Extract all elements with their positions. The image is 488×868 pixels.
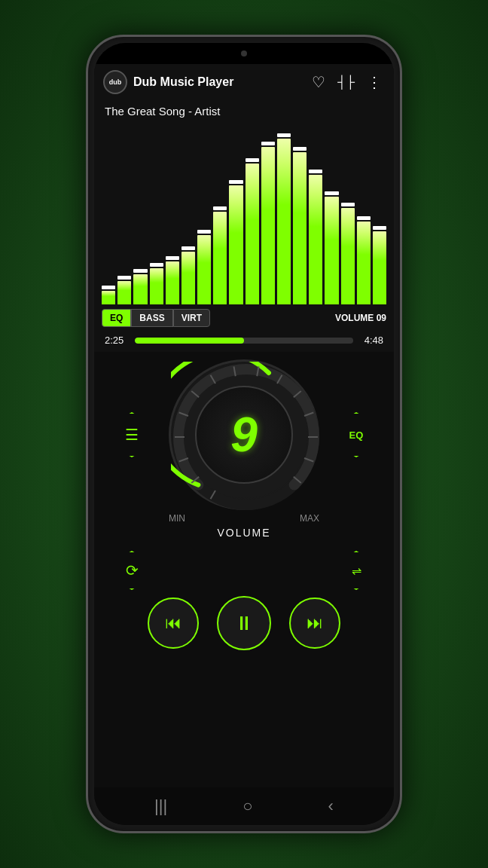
- eq-bar-top-0: [102, 286, 115, 289]
- eq-bar-top-13: [309, 170, 322, 173]
- playlist-icon: ☰: [125, 426, 139, 444]
- eq-adjust-icon[interactable]: ┤├: [334, 72, 358, 92]
- volume-knob-inner: 9: [195, 386, 293, 484]
- prev-icon: ⏮: [165, 613, 181, 633]
- volume-indicator: VOLUME 09: [335, 313, 386, 323]
- eq-bar-fill-3: [150, 268, 163, 304]
- progress-fill: [135, 338, 244, 344]
- song-title: The Great Song - Artist: [94, 100, 394, 124]
- eq-bar-top-15: [341, 203, 355, 206]
- controls-row: EQ BASS VIRT VOLUME 09: [94, 304, 394, 332]
- eq-bar-fill-11: [277, 139, 291, 304]
- volume-number: 9: [230, 407, 258, 463]
- eq-bar-top-17: [373, 226, 386, 230]
- eq-bar-0: [102, 286, 115, 304]
- app-header: dub Dub Music Player ♡ ┤├ ⋮: [94, 64, 394, 100]
- eq-bar-fill-0: [102, 291, 115, 304]
- eq-bar-2: [133, 269, 147, 304]
- volume-knob[interactable]: 9: [169, 359, 319, 510]
- eq-hex-button[interactable]: EQ: [334, 412, 379, 457]
- eq-bar-14: [325, 191, 338, 304]
- eq-bar-fill-4: [166, 261, 179, 304]
- total-time: 4:48: [359, 335, 383, 346]
- eq-bar-top-8: [229, 180, 242, 184]
- prev-button[interactable]: ⏮: [148, 598, 199, 649]
- eq-bar-6: [197, 230, 211, 304]
- action-row: ⟳ ⇌: [94, 551, 394, 596]
- volume-text: VOLUME: [217, 527, 270, 539]
- eq-bar-top-10: [261, 142, 275, 145]
- eq-bar-fill-10: [261, 147, 275, 304]
- app-title: Dub Music Player: [133, 75, 303, 89]
- playlist-button[interactable]: ☰: [109, 412, 154, 457]
- min-max-row: MIN MAX: [169, 513, 319, 524]
- equalizer-visualizer: [94, 124, 394, 304]
- shuffle-button[interactable]: ⇌: [337, 551, 376, 590]
- eq-bar-top-3: [150, 263, 163, 267]
- eq-bar-fill-13: [309, 175, 322, 304]
- camera-dot: [241, 50, 247, 57]
- nav-menu-icon[interactable]: |||: [154, 796, 167, 816]
- status-bar: [94, 43, 394, 64]
- eq-bar-fill-5: [181, 252, 195, 304]
- eq-bar-13: [309, 170, 322, 304]
- app-logo: dub: [103, 70, 127, 94]
- nav-back-icon[interactable]: ‹: [328, 796, 334, 816]
- phone-frame: dub Dub Music Player ♡ ┤├ ⋮ The Great So…: [86, 35, 402, 833]
- eq-bar-5: [181, 246, 195, 304]
- eq-bar-12: [293, 147, 307, 304]
- eq-bar-top-2: [133, 269, 147, 273]
- playback-controls: ⏮ ⏸ ⏭: [94, 596, 394, 662]
- eq-bar-fill-17: [373, 231, 386, 304]
- eq-bar-fill-12: [293, 152, 307, 304]
- eq-bar-4: [166, 256, 179, 304]
- more-icon[interactable]: ⋮: [364, 70, 385, 94]
- eq-bar-fill-9: [246, 164, 259, 304]
- virt-button[interactable]: VIRT: [173, 309, 210, 327]
- eq-bar-fill-7: [213, 212, 227, 304]
- eq-bar-fill-6: [197, 235, 211, 304]
- eq-bar-top-9: [246, 158, 259, 162]
- eq-bar-11: [277, 133, 291, 304]
- eq-bar-1: [117, 276, 131, 304]
- current-time: 2:25: [105, 335, 129, 346]
- min-label: MIN: [169, 513, 185, 524]
- bass-button[interactable]: BASS: [131, 309, 172, 327]
- repeat-button[interactable]: ⟳: [112, 551, 151, 590]
- eq-bar-top-1: [117, 276, 131, 280]
- eq-bar-fill-1: [117, 281, 131, 304]
- next-button[interactable]: ⏭: [289, 598, 340, 649]
- eq-bar-top-14: [325, 191, 338, 195]
- heart-icon[interactable]: ♡: [309, 70, 328, 94]
- eq-bar-top-6: [197, 230, 211, 234]
- phone-screen: dub Dub Music Player ♡ ┤├ ⋮ The Great So…: [94, 43, 394, 825]
- eq-hex-icon: EQ: [349, 429, 364, 441]
- eq-bar-top-12: [293, 147, 307, 151]
- eq-bar-fill-16: [357, 222, 371, 304]
- progress-container: 2:25 4:48: [94, 332, 394, 352]
- max-label: MAX: [300, 513, 319, 524]
- eq-bar-17: [373, 226, 386, 304]
- eq-bar-3: [150, 263, 163, 304]
- volume-row: ☰: [94, 359, 394, 510]
- nav-bar: ||| ○ ‹: [94, 787, 394, 825]
- pause-icon: ⏸: [234, 612, 254, 635]
- eq-bar-fill-8: [229, 185, 242, 304]
- eq-bar-8: [229, 180, 242, 304]
- volume-section: ☰: [94, 352, 394, 787]
- eq-bar-fill-2: [133, 274, 147, 304]
- next-icon: ⏭: [307, 613, 323, 633]
- eq-bar-10: [261, 142, 275, 304]
- eq-bar-15: [341, 203, 355, 304]
- eq-bar-top-4: [166, 256, 179, 260]
- eq-bar-16: [357, 216, 371, 304]
- eq-bar-top-11: [277, 133, 291, 137]
- shuffle-icon: ⇌: [352, 564, 361, 578]
- eq-button[interactable]: EQ: [102, 309, 131, 327]
- progress-bar[interactable]: [135, 338, 353, 344]
- eq-bar-9: [246, 158, 259, 304]
- repeat-icon: ⟳: [126, 561, 139, 579]
- eq-bar-7: [213, 206, 227, 304]
- pause-button[interactable]: ⏸: [217, 596, 271, 650]
- nav-home-icon[interactable]: ○: [242, 796, 252, 816]
